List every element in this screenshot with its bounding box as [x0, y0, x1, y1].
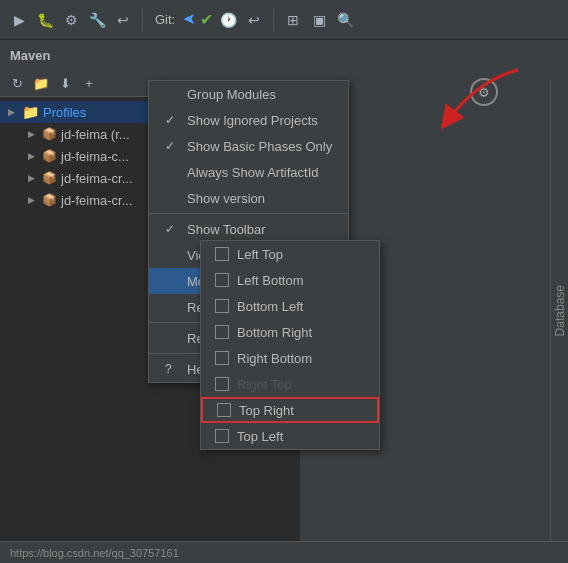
maven-header: Maven — [0, 40, 300, 70]
git-pull-icon[interactable]: ➤ — [183, 10, 196, 29]
menu-item-always-show[interactable]: Always Show ArtifactId — [149, 159, 348, 185]
menu-item-show-ignored[interactable]: ✓ Show Ignored Projects — [149, 107, 348, 133]
menu-item-show-toolbar[interactable]: ✓ Show Toolbar — [149, 216, 348, 242]
run-icon[interactable]: 🔧 — [86, 9, 108, 31]
chevron-icon: ▶ — [28, 129, 38, 139]
submenu-item-top-left[interactable]: Top Left — [201, 423, 379, 449]
submenu-item-label: Right Bottom — [237, 351, 312, 366]
back-icon[interactable]: ↩ — [112, 9, 134, 31]
maven-add-icon[interactable]: + — [80, 74, 98, 92]
menu-item-label: Show Basic Phases Only — [187, 139, 332, 154]
git-push-icon[interactable]: ✔ — [200, 10, 213, 29]
maven-folder-icon[interactable]: 📁 — [32, 74, 50, 92]
menu-item-show-version[interactable]: Show version — [149, 185, 348, 211]
submenu-item-left-bottom[interactable]: Left Bottom — [201, 267, 379, 293]
module-icon: 📦 — [42, 171, 57, 185]
checkbox-icon — [215, 429, 229, 443]
folder-icon: 📁 — [22, 104, 39, 120]
gear-circle-button[interactable]: ⚙ — [470, 78, 498, 106]
sep1 — [142, 10, 143, 30]
module-icon: 📦 — [42, 127, 57, 141]
menu-item-label: Show Toolbar — [187, 222, 266, 237]
git-tag-icon[interactable]: ▣ — [308, 9, 330, 31]
sep2 — [273, 10, 274, 30]
submenu-item-label: Left Bottom — [237, 273, 303, 288]
main-area: Maven ↻ 📁 ⬇ + ▶ 📁 Profiles ▶ 📦 jd-feima … — [0, 40, 568, 563]
checkbox-icon — [215, 377, 229, 391]
module-icon: 📦 — [42, 193, 57, 207]
checkbox-icon — [215, 273, 229, 287]
git-history-icon[interactable]: 🕐 — [217, 9, 239, 31]
git-branch-icon[interactable]: ⊞ — [282, 9, 304, 31]
tree-item-label: jd-feima-cr... — [61, 171, 133, 186]
debug-icon[interactable]: 🐛 — [34, 9, 56, 31]
maven-download-icon[interactable]: ⬇ — [56, 74, 74, 92]
submenu-item-right-top[interactable]: Right Top — [201, 371, 379, 397]
menu-separator-1 — [149, 213, 348, 214]
menu-item-label: Show Ignored Projects — [187, 113, 318, 128]
submenu-item-right-bottom[interactable]: Right Bottom — [201, 345, 379, 371]
gear-icon: ⚙ — [478, 85, 490, 100]
submenu-move-to: Left Top Left Bottom Bottom Left Bottom … — [200, 240, 380, 450]
chevron-icon: ▶ — [28, 173, 38, 183]
submenu-item-left-top[interactable]: Left Top — [201, 241, 379, 267]
submenu-item-label: Left Top — [237, 247, 283, 262]
checkbox-icon — [215, 325, 229, 339]
check-icon: ✓ — [165, 139, 179, 153]
submenu-item-top-right[interactable]: Top Right — [201, 397, 379, 423]
submenu-item-label: Bottom Right — [237, 325, 312, 340]
maven-refresh-icon[interactable]: ↻ — [8, 74, 26, 92]
menu-item-show-basic[interactable]: ✓ Show Basic Phases Only — [149, 133, 348, 159]
check-icon: ✓ — [165, 113, 179, 127]
check-icon: ✓ — [165, 222, 179, 236]
checkbox-icon — [215, 247, 229, 261]
tree-item-label: jd-feima (r... — [61, 127, 130, 142]
menu-item-label: Group Modules — [187, 87, 276, 102]
tree-item-label: Profiles — [43, 105, 86, 120]
chevron-icon: ▶ — [28, 151, 38, 161]
statusbar-url: https://blog.csdn.net/qq_30757161 — [10, 547, 179, 559]
module-icon: 📦 — [42, 149, 57, 163]
toolbar: ▶ 🐛 ⚙ 🔧 ↩ Git: ➤ ✔ 🕐 ↩ ⊞ ▣ 🔍 — [0, 0, 568, 40]
statusbar: https://blog.csdn.net/qq_30757161 — [0, 541, 568, 563]
chevron-icon: ▶ — [28, 195, 38, 205]
chevron-icon: ▶ — [8, 107, 18, 117]
git-refresh-icon[interactable]: ↩ — [243, 9, 265, 31]
submenu-item-label: Right Top — [237, 377, 292, 392]
menu-item-label: Show version — [187, 191, 265, 206]
submenu-item-bottom-left[interactable]: Bottom Left — [201, 293, 379, 319]
tree-item-label: jd-feima-cr... — [61, 193, 133, 208]
submenu-item-bottom-right[interactable]: Bottom Right — [201, 319, 379, 345]
play-icon[interactable]: ▶ — [8, 9, 30, 31]
checkbox-icon — [215, 351, 229, 365]
settings-icon[interactable]: ⚙ — [60, 9, 82, 31]
submenu-item-label: Bottom Left — [237, 299, 303, 314]
check-icon: ? — [165, 362, 179, 376]
menu-item-group-modules[interactable]: Group Modules — [149, 81, 348, 107]
search-icon[interactable]: 🔍 — [334, 9, 356, 31]
checkbox-icon — [217, 403, 231, 417]
checkbox-icon — [215, 299, 229, 313]
database-sidebar[interactable]: Database — [550, 80, 568, 541]
submenu-item-label: Top Right — [239, 403, 294, 418]
database-label: Database — [553, 285, 567, 336]
submenu-item-label: Top Left — [237, 429, 283, 444]
git-label: Git: — [155, 12, 175, 27]
tree-item-label: jd-feima-c... — [61, 149, 129, 164]
menu-item-label: Always Show ArtifactId — [187, 165, 319, 180]
